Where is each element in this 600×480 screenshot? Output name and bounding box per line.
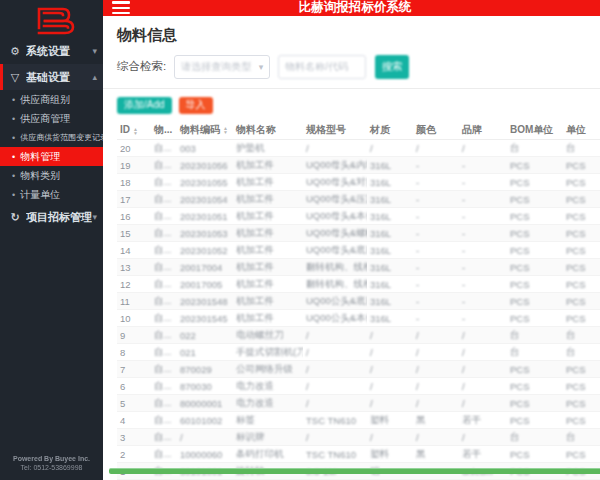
table-row[interactable]: 19自...202301056机加工件UQ00母头&内堵...316L--PCS… <box>117 157 600 174</box>
table-row[interactable]: 4自...60101002标签TSC TN610塑料黑若干PCSPCS <box>117 412 600 429</box>
row-cell: PCS <box>563 225 600 242</box>
table-row[interactable]: 16自...202301051机加工件UQ00母头&本体...316L--PCS… <box>117 208 600 225</box>
search-input[interactable] <box>278 55 366 79</box>
cell-value: / <box>306 347 309 358</box>
row-id-cell: 4 <box>117 412 151 429</box>
row-cell: 护垫机 <box>233 140 303 157</box>
row-cell: PCS <box>507 259 563 276</box>
table-row[interactable]: 10自...202301545机加工件UQ00公头&本体...316L--PCS… <box>117 310 600 327</box>
horizontal-scrollbar[interactable] <box>109 468 600 474</box>
row-cell: 标识牌 <box>233 429 303 446</box>
cell-value: 台 <box>566 431 576 442</box>
sort-icon[interactable]: ▲▼ <box>223 126 228 134</box>
cell-value: 自... <box>154 431 171 442</box>
row-id-cell: 8 <box>117 344 151 361</box>
sidebar-nav: ⚙系统设置▾▽基础设置▴•供应商组别•供应商管理•供应商供货范围变更记录•物料管… <box>0 38 103 230</box>
column-header[interactable]: 物料编码▲▼ <box>177 121 233 140</box>
sidebar-item-3[interactable]: •供应商管理 <box>0 109 103 128</box>
row-cell: - <box>459 242 507 259</box>
column-header[interactable]: ID▲▼ <box>117 121 151 140</box>
row-cell: 202301055 <box>177 174 233 191</box>
row-cell: - <box>459 174 507 191</box>
cell-value: / <box>416 398 419 409</box>
table-row[interactable]: 13自...20017004机加工件翻转机构、线槽...316L--PCSPCS <box>117 259 600 276</box>
sidebar-group-0[interactable]: ⚙系统设置▾ <box>0 38 103 64</box>
import-button[interactable]: 导入 <box>179 97 213 114</box>
cell-value: 翻转机构、线槽... <box>306 278 367 289</box>
brand-logo[interactable] <box>0 0 103 36</box>
search-type-select[interactable]: 请选择查询类型 ▾ <box>174 55 270 79</box>
cell-value: 022 <box>180 330 196 341</box>
table-row[interactable]: 2自...10000060条码打印机TSC TN610塑料黑若干PCSPCS <box>117 446 600 463</box>
cell-value: PCS <box>510 381 530 392</box>
powered-by-text: Powered By Buyee Inc. <box>0 454 103 463</box>
row-cell: PCS <box>563 259 600 276</box>
row-cell: UQ00母头&对接... <box>303 174 367 191</box>
row-cell: UQ00公头&底座... <box>303 293 367 310</box>
row-cell: 自... <box>151 395 177 412</box>
bullet-icon: • <box>12 95 15 105</box>
column-header: 品牌 <box>459 121 507 140</box>
sidebar-item-4[interactable]: •供应商供货范围变更记录 <box>0 128 103 147</box>
table-row[interactable]: 15自...202301053机加工件UQ00母头&螺帽...316L--PCS… <box>117 225 600 242</box>
select-placeholder: 请选择查询类型 <box>181 60 258 74</box>
table-row[interactable]: 11自...202301548机加工件UQ00公头&底座...316L--PCS… <box>117 293 600 310</box>
row-cell: PCS <box>563 242 600 259</box>
column-header: 材质 <box>367 121 413 140</box>
table-row[interactable]: 5自...80000001电力改造////PCSPCS <box>117 395 600 412</box>
cell-value: - <box>462 211 465 222</box>
row-cell: 黑 <box>413 412 459 429</box>
row-cell: PCS <box>507 242 563 259</box>
column-header-label: 品牌 <box>462 124 482 135</box>
row-cell: 自... <box>151 140 177 157</box>
sidebar-item-6[interactable]: •物料类别 <box>0 166 103 185</box>
cell-value: - <box>462 313 465 324</box>
cell-value: / <box>306 432 309 443</box>
cell-value: 自... <box>154 227 171 238</box>
table-row[interactable]: 9自...022电动螺丝刀////台台 <box>117 327 600 344</box>
row-cell: - <box>459 191 507 208</box>
table-row[interactable]: 20自...003护垫机////台台 <box>117 140 600 157</box>
cell-value: / <box>370 381 373 392</box>
materials-table: ID▲▼物...物料编码▲▼物料名称规格型号材质颜色品牌BOM单位单位 20自.… <box>117 121 600 480</box>
sort-icon[interactable]: ▲▼ <box>133 127 138 135</box>
row-cell: TSC TN610 <box>303 446 367 463</box>
sidebar-group-8[interactable]: ↻项目招标管理▾ <box>0 204 103 230</box>
row-id-cell: 2 <box>117 446 151 463</box>
row-id-cell: 20 <box>117 140 151 157</box>
cell-value: - <box>462 228 465 239</box>
table-row[interactable]: 17自...202301054机加工件UQ00母头&压盖...316L--PCS… <box>117 191 600 208</box>
sidebar-item-7[interactable]: •计量单位 <box>0 185 103 204</box>
row-cell: 机加工件 <box>233 276 303 293</box>
app-window: ⚙系统设置▾▽基础设置▴•供应商组别•供应商管理•供应商供货范围变更记录•物料管… <box>0 0 600 480</box>
row-cell: 自... <box>151 242 177 259</box>
table-row[interactable]: 18自...202301055机加工件UQ00母头&对接...316L--PCS… <box>117 174 600 191</box>
cell-value: / <box>462 143 465 154</box>
cell-value: 316L <box>370 313 391 324</box>
cell-value: 自... <box>154 176 171 187</box>
row-cell: PCS <box>563 395 600 412</box>
table-row[interactable]: 3自.../标识牌////台台 <box>117 429 600 446</box>
sidebar-item-5[interactable]: •物料管理 <box>0 147 103 166</box>
menu-toggle-icon[interactable] <box>112 1 130 14</box>
row-cell: 电动螺丝刀 <box>233 327 303 344</box>
cell-value: - <box>416 177 419 188</box>
table-row[interactable]: 12自...20017005机加工件翻转机构、线槽...316L--PCSPCS <box>117 276 600 293</box>
cell-value: - <box>462 279 465 290</box>
sidebar-item-2[interactable]: •供应商组别 <box>0 90 103 109</box>
sidebar-group-1[interactable]: ▽基础设置▴ <box>0 64 103 90</box>
row-id-cell: 5 <box>117 395 151 412</box>
table-row[interactable]: 6自...870030电力改造////PCSPCS <box>117 378 600 395</box>
add-button[interactable]: 添加/Add <box>117 97 172 114</box>
cell-value: 台 <box>566 329 576 340</box>
table-row[interactable]: 8自...021手提式切割机(刀片)////台台 <box>117 344 600 361</box>
table-row[interactable]: 7自...870029公司网络升级////PCSPCS <box>117 361 600 378</box>
cell-value: 塑料 <box>370 448 389 459</box>
cell-value: / <box>370 398 373 409</box>
row-cell: / <box>303 361 367 378</box>
search-button[interactable]: 搜索 <box>375 55 409 79</box>
table-row[interactable]: 14自...202301052机加工件UQ00母头&底座...316L--PCS… <box>117 242 600 259</box>
cell-value: 202301055 <box>180 177 228 188</box>
cell-value: / <box>306 364 309 375</box>
row-cell: / <box>367 140 413 157</box>
